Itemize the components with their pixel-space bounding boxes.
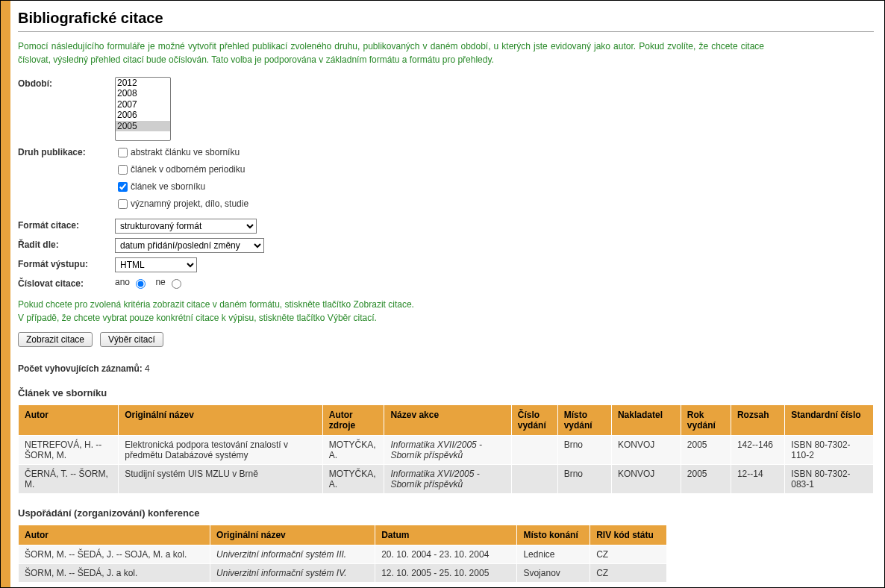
table-cell: 12--14 <box>731 465 784 494</box>
citation-format-label: Formát citace: <box>18 219 115 231</box>
table-cell: Informatika XVII/2005 - Sborník příspěvk… <box>384 436 511 465</box>
table-cell: MOTYČKA, A. <box>322 465 384 494</box>
table-cell: Univerzitní informační systém III. <box>210 545 375 564</box>
numbering-yes-label: ano <box>115 277 130 287</box>
pubtype-option[interactable]: článek ve sborníku <box>115 180 248 194</box>
table-cell: KONVOJ <box>611 465 681 494</box>
table-cell: Informatika XVI/2005 - Sborník příspěvků <box>384 465 511 494</box>
table-header: Název akce <box>384 405 511 436</box>
table-cell: Elektronická podpora testování znalostí … <box>119 436 323 465</box>
pubtype-checkbox[interactable] <box>118 148 128 157</box>
table-header: RIV kód státu <box>590 525 667 545</box>
table-cell: Studijní systém UIS MZLU v Brně <box>119 465 323 494</box>
section2-table: AutorOriginální názevDatumMísto konáníRI… <box>18 525 667 583</box>
table-cell: 12. 10. 2005 - 25. 10. 2005 <box>375 564 517 583</box>
title-divider <box>18 31 874 32</box>
table-cell: ČERNÁ, T. -- ŠORM, M. <box>19 465 119 494</box>
table-row: ŠORM, M. -- ŠEDÁ, J. a kol.Univerzitní i… <box>19 564 667 583</box>
table-header: Rozsah <box>731 405 784 436</box>
table-header: Nakladatel <box>611 405 681 436</box>
table-cell: ISBN 80-7302-110-2 <box>785 436 874 465</box>
table-cell: ŠORM, M. -- ŠEDÁ, J. a kol. <box>19 564 210 583</box>
table-cell: CZ <box>590 545 667 564</box>
table-cell: CZ <box>590 564 667 583</box>
table-cell: 20. 10. 2004 - 23. 10. 2004 <box>375 545 517 564</box>
table-header: Rok vydání <box>681 405 731 436</box>
period-option[interactable]: 2008 <box>116 88 170 98</box>
table-cell: MOTYČKA, A. <box>322 436 384 465</box>
sort-select[interactable]: datum přidání/poslední změny <box>115 238 264 253</box>
period-option[interactable]: 2007 <box>116 99 170 110</box>
pubtype-checkbox[interactable] <box>118 199 128 209</box>
period-label: Období: <box>18 77 115 89</box>
period-option[interactable]: 2005 <box>116 121 170 131</box>
numbering-no-radio[interactable] <box>172 279 181 289</box>
table-cell: Brno <box>557 465 611 494</box>
pubtype-checkbox[interactable] <box>118 165 128 175</box>
pubtype-label-text: významný projekt, dílo, studie <box>131 198 248 209</box>
table-row: ČERNÁ, T. -- ŠORM, M.Studijní systém UIS… <box>19 465 874 494</box>
table-cell <box>511 436 557 465</box>
table-header: Standardní číslo <box>785 405 874 436</box>
period-option[interactable]: 2012 <box>116 78 170 88</box>
pubtype-label: Druh publikace: <box>18 146 115 157</box>
section1-title: Článek ve sborníku <box>18 387 874 398</box>
pubtype-label-text: článek v odborném periodiku <box>131 164 245 175</box>
table-cell: 2005 <box>681 436 731 465</box>
table-cell: Univerzitní informační systém IV. <box>210 564 375 583</box>
table-header: Autor <box>19 525 210 545</box>
hint-text: Pokud chcete pro zvolená kritéria zobraz… <box>18 298 874 325</box>
output-format-select[interactable]: HTML <box>115 257 197 272</box>
section1-table: AutorOriginální názevAutor zdrojeNázev a… <box>18 404 874 494</box>
page-title: Bibliografické citace <box>18 10 874 27</box>
table-cell: Svojanov <box>517 564 590 583</box>
numbering-no-label: ne <box>155 277 165 287</box>
sort-label: Řadit dle: <box>18 238 115 250</box>
show-citations-button[interactable]: Zobrazit citace <box>18 332 93 347</box>
section2-title: Uspořádání (zorganizování) konference <box>18 507 874 519</box>
table-cell: ISBN 80-7302-083-1 <box>785 465 874 494</box>
pubtype-option[interactable]: článek v odborném periodiku <box>115 163 248 177</box>
pubtype-option[interactable]: významný projekt, dílo, studie <box>115 197 248 211</box>
table-cell: 2005 <box>681 465 731 494</box>
select-citations-button[interactable]: Výběr citací <box>100 332 163 347</box>
table-row: ŠORM, M. -- ŠEDÁ, J. -- SOJA, M. a kol.U… <box>19 545 667 564</box>
output-format-label: Formát výstupu: <box>18 257 115 269</box>
table-cell: NETREFOVÁ, H. -- ŠORM, M. <box>19 436 119 465</box>
table-header: Originální název <box>119 405 323 436</box>
numbering-yes-radio[interactable] <box>136 279 146 289</box>
period-option[interactable]: 2006 <box>116 110 170 120</box>
table-header: Autor <box>19 405 119 436</box>
period-select[interactable]: 20122008200720062005 <box>115 77 171 141</box>
table-row: NETREFOVÁ, H. -- ŠORM, M.Elektronická po… <box>19 436 874 465</box>
table-header: Originální název <box>210 525 375 545</box>
table-cell: Lednice <box>517 545 590 564</box>
table-cell: Brno <box>557 436 611 465</box>
result-count: Počet vyhovujících záznamů: 4 <box>18 363 874 374</box>
table-header: Autor zdroje <box>322 405 384 436</box>
pubtype-option[interactable]: abstrakt článku ve sborníku <box>115 146 248 160</box>
left-accent-stripe <box>1 1 10 587</box>
table-header: Datum <box>375 525 517 545</box>
pubtype-checkbox[interactable] <box>118 182 128 192</box>
pubtype-label-text: abstrakt článku ve sborníku <box>131 147 240 157</box>
table-header: Místo konání <box>517 525 590 545</box>
table-cell <box>511 465 557 494</box>
table-cell: 142--146 <box>731 436 784 465</box>
numbering-label: Číslovat citace: <box>18 277 115 289</box>
pubtype-label-text: článek ve sborníku <box>131 181 205 192</box>
table-header: Místo vydání <box>557 405 611 436</box>
table-header: Číslo vydání <box>511 405 557 436</box>
citation-format-select[interactable]: strukturovaný formát <box>115 219 257 234</box>
table-cell: ŠORM, M. -- ŠEDÁ, J. -- SOJA, M. a kol. <box>19 545 210 564</box>
intro-text: Pomocí následujícího formuláře je možné … <box>18 40 764 66</box>
table-cell: KONVOJ <box>611 436 681 465</box>
